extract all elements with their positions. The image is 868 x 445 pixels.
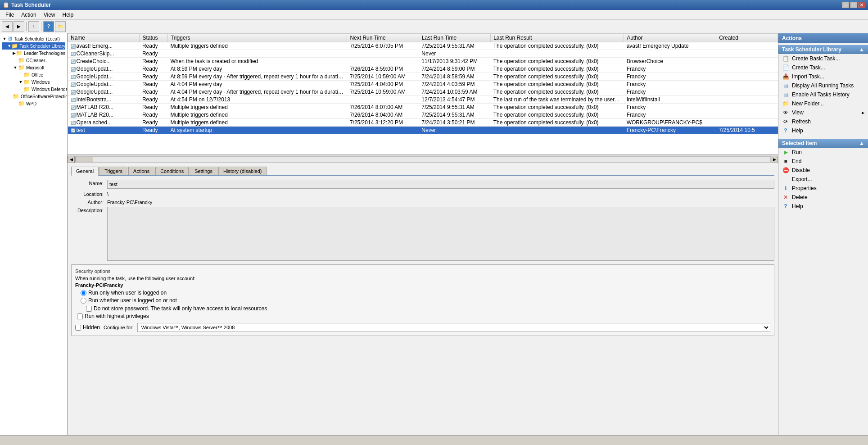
radio-logged-on[interactable]: Run only when user is logged on — [81, 290, 770, 296]
help-button[interactable]: ? — [43, 21, 54, 32]
scroll-track[interactable] — [75, 156, 771, 163]
table-cell: 🔄CCleanerSkip... — [68, 50, 140, 58]
scroll-thumb[interactable] — [75, 157, 93, 162]
folder-button[interactable]: 📁 — [55, 21, 66, 32]
tree-label-office: Office — [32, 73, 43, 77]
action-delete[interactable]: ✕ Delete — [778, 193, 868, 202]
up-button[interactable]: ↑ — [28, 21, 39, 32]
hidden-checkbox[interactable] — [75, 325, 81, 331]
tab-settings[interactable]: Settings — [190, 167, 217, 175]
table-row[interactable]: 🔄GoogleUpdat...ReadyAt 8:59 PM every day… — [68, 65, 778, 73]
col-next-run[interactable]: Next Run Time — [347, 34, 419, 42]
action-run[interactable]: ▶ Run — [778, 148, 868, 157]
col-author[interactable]: Author — [624, 34, 716, 42]
tree-item-office[interactable]: 📁 Office — [2, 71, 65, 78]
action-create-basic[interactable]: 📋 Create Basic Task... — [778, 54, 868, 63]
tab-triggers[interactable]: Triggers — [99, 167, 127, 175]
table-cell: At 8:59 PM every day - After triggered, … — [167, 73, 347, 81]
section-collapse-icon-library[interactable]: ▲ — [859, 46, 864, 53]
table-row[interactable]: 🔄CreateChoic...ReadyWhen the task is cre… — [68, 58, 778, 65]
action-import-task[interactable]: 📥 Import Task... — [778, 72, 868, 81]
action-create-task[interactable]: 📄 Create Task... — [778, 63, 868, 72]
menu-file[interactable]: File — [2, 11, 18, 19]
tree-item-office-sw[interactable]: 📁 OfficeSoftwareProtectio... — [2, 93, 65, 100]
right-panel: Actions Task Scheduler Library ▲ 📋 Creat… — [778, 33, 868, 435]
close-button[interactable]: ✕ — [858, 2, 865, 8]
tree-item-microsoft[interactable]: ▼ 📁 Microsoft — [2, 64, 65, 71]
name-input[interactable] — [107, 180, 774, 189]
hidden-item[interactable]: Hidden — [75, 324, 100, 331]
scroll-right-button[interactable]: ▶ — [771, 156, 778, 163]
section-collapse-icon-selected[interactable]: ▲ — [859, 140, 864, 146]
configure-select[interactable]: Windows Vista™, Windows Server™ 2008 Win… — [137, 323, 770, 332]
table-row[interactable]: 🔄IntelBootstra...ReadyAt 4:54 PM on 12/7… — [68, 96, 778, 104]
action-view[interactable]: 👁 View ▶ — [778, 108, 868, 117]
action-export[interactable]: Export... — [778, 175, 868, 184]
tab-general[interactable]: General — [71, 167, 99, 176]
tab-history[interactable]: History (disabled) — [218, 167, 267, 175]
action-help-library[interactable]: ? Help — [778, 126, 868, 135]
table-row[interactable]: 🔄CCleanerSkip...ReadyNever — [68, 50, 778, 58]
tab-actions[interactable]: Actions — [128, 167, 154, 175]
forward-button[interactable]: ▶ — [14, 21, 24, 32]
description-input[interactable] — [107, 207, 774, 261]
action-display-running[interactable]: ▤ Display All Running Tasks — [778, 81, 868, 90]
tree-item-local[interactable]: ▼ 🖥 Task Scheduler (Local) — [2, 35, 65, 42]
action-label-create-basic: Create Basic Task... — [792, 55, 840, 62]
action-refresh[interactable]: ⟳ Refresh — [778, 117, 868, 126]
table-row[interactable]: 🔄GoogleUpdat...ReadyAt 4:04 PM every day… — [68, 88, 778, 96]
col-created[interactable]: Created — [716, 34, 778, 42]
no-store-password-checkbox[interactable] — [86, 306, 92, 312]
action-new-folder[interactable]: 📁 New Folder... — [778, 99, 868, 108]
menu-help[interactable]: Help — [59, 11, 77, 19]
enable-history-icon: ▤ — [782, 91, 789, 98]
table-row[interactable]: 🔄GoogleUpdat...ReadyAt 8:59 PM every day… — [68, 73, 778, 81]
toolbar-separator-2 — [41, 22, 41, 31]
action-properties[interactable]: ℹ Properties — [778, 184, 868, 193]
tab-conditions[interactable]: Conditions — [155, 167, 189, 175]
table-cell: 🔄Opera sched... — [68, 119, 140, 127]
table-cell: 7/25/2014 9:55:31 AM — [419, 42, 490, 50]
table-row[interactable]: 🔄MATLAB R20...ReadyMultiple triggers def… — [68, 104, 778, 111]
radio-input-whether[interactable] — [81, 298, 86, 304]
table-cell — [716, 58, 778, 65]
col-last-result[interactable]: Last Run Result — [491, 34, 624, 42]
back-button[interactable]: ◀ — [2, 21, 13, 32]
col-last-run[interactable]: Last Run Time — [419, 34, 490, 42]
table-cell: 7/25/2014 3:12:20 PM — [347, 119, 419, 127]
table-cell: 7/24/2014 10:03:59 AM — [419, 88, 490, 96]
table-row[interactable]: 🔄GoogleUpdat...ReadyAt 4:04 PM every day… — [68, 81, 778, 88]
col-name[interactable]: Name — [68, 34, 140, 42]
action-enable-history[interactable]: ▤ Enable All Tasks History — [778, 90, 868, 99]
radio-whether-logged[interactable]: Run whether user is logged on or not — [81, 297, 770, 304]
table-row[interactable]: 🔄Opera sched...ReadyMultiple triggers de… — [68, 119, 778, 127]
highest-privileges-item[interactable]: Run with highest privileges — [77, 313, 770, 319]
action-end[interactable]: ■ End — [778, 157, 868, 166]
col-status[interactable]: Status — [140, 34, 168, 42]
tree-item-library[interactable]: ▼ 📁 Task Scheduler Library — [2, 42, 65, 50]
table-row[interactable]: 🔄avast! Emerg...ReadyMultiple triggers d… — [68, 42, 778, 50]
tree-item-leader[interactable]: ▶ 📁 Leader Technologies — [2, 50, 65, 57]
restore-button[interactable]: □ — [850, 2, 857, 8]
action-disable[interactable]: ⛔ Disable — [778, 166, 868, 175]
highest-privileges-checkbox[interactable] — [77, 313, 83, 319]
tree-label-leader: Leader Technologies — [24, 51, 65, 56]
scroll-left-button[interactable]: ◀ — [68, 156, 75, 163]
col-triggers[interactable]: Triggers — [167, 34, 347, 42]
table-cell: Ready — [140, 127, 168, 134]
horizontal-scrollbar[interactable]: ◀ ▶ — [68, 155, 778, 163]
tree-item-defender[interactable]: 📁 Windows Defender — [2, 86, 65, 93]
tree-item-windows[interactable]: ▼ 📁 Windows — [2, 78, 65, 86]
import-task-icon: 📥 — [782, 73, 789, 80]
minimize-button[interactable]: ─ — [842, 2, 849, 8]
tree-item-ccleaner[interactable]: 📁 CCleaner... — [2, 57, 65, 64]
table-row[interactable]: 🔄testReadyAt system startupNeverFrancky-… — [68, 127, 778, 134]
name-group: Name: — [71, 180, 774, 189]
menu-action[interactable]: Action — [18, 11, 40, 19]
tree-item-wpd[interactable]: 📁 WPD — [2, 100, 65, 107]
menu-view[interactable]: View — [40, 11, 59, 19]
no-store-password-item[interactable]: Do not store password. The task will onl… — [86, 305, 770, 312]
radio-input-loggedon[interactable] — [81, 290, 86, 296]
table-row[interactable]: 🔄MATLAB R20...ReadyMultiple triggers def… — [68, 111, 778, 119]
action-help-selected[interactable]: ? Help — [778, 202, 868, 211]
